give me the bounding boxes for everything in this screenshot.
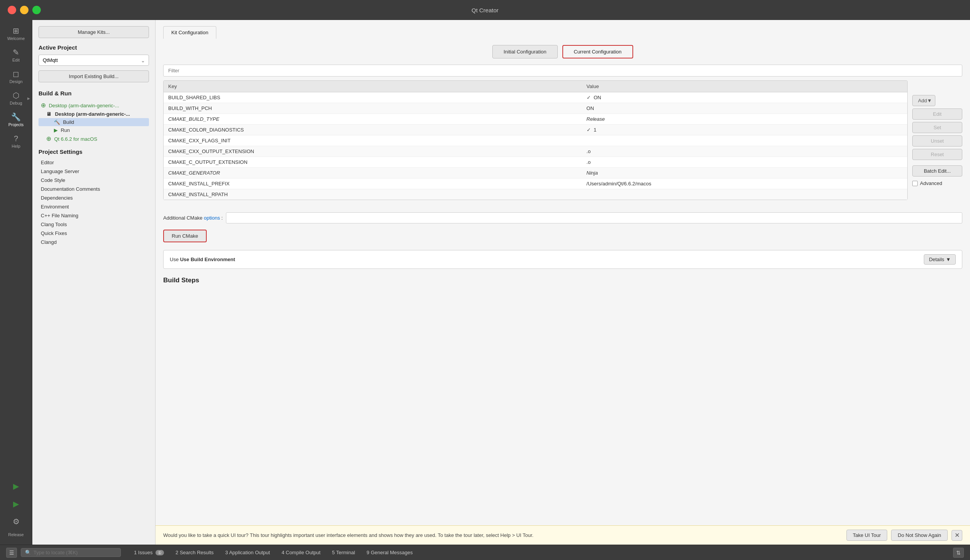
action-panel: Add ▼ Edit Set Unset Reset Batch Edit...… [912,80,962,206]
status-bar: ☰ 🔍 1 Issues ① 2 Search Results 3 Applic… [0,545,970,560]
cmake-options-link[interactable]: options [204,215,220,221]
settings-item-documentation[interactable]: Documentation Comments [38,185,149,193]
build-run-title: Build & Run [38,90,149,97]
settings-item-dependencies[interactable]: Dependencies [38,193,149,202]
do-not-show-button[interactable]: Do Not Show Again [891,530,948,541]
sidebar-item-welcome[interactable]: ⊞ Welcome [2,24,31,44]
run-cmake-button[interactable]: Run CMake [163,230,207,242]
sidebar-toggle-button[interactable]: ☰ [6,548,17,558]
key-cell: CMAKE_BUILD_TYPE [164,114,582,125]
cmake-options-input[interactable] [226,212,962,223]
status-tab-general[interactable]: 9 General Messages [361,548,418,557]
table-row[interactable]: CMAKE_INSTALL_PREFIX/Users/admin/Qt/6.6.… [164,178,907,189]
tab-kit-configuration[interactable]: Kit Configuration [163,26,216,39]
dropdown-arrow-icon: ▼ [927,98,932,103]
config-buttons: Initial Configuration Current Configurat… [163,45,962,58]
welcome-icon: ⊞ [13,27,19,35]
sidebar-item-label: Debug [10,101,22,105]
project-settings-title: Project Settings [38,148,149,155]
main-content: Kit Configuration Initial Configuration … [156,20,970,545]
initial-config-button[interactable]: Initial Configuration [492,45,557,58]
build-env-label: Use Use Build Environment [170,257,235,262]
build-icon: ▶ [13,500,19,508]
advanced-checkbox[interactable] [912,181,918,186]
status-left: ☰ 🔍 [6,548,121,558]
unset-button[interactable]: Unset [912,135,962,147]
table-row[interactable]: CMAKE_GENERATORNinja [164,168,907,178]
add-button[interactable]: Add ▼ [912,95,935,106]
table-row[interactable]: CMAKE_INSTALL_RPATH [164,189,907,200]
settings-item-cpp-naming[interactable]: C++ File Naming [38,211,149,220]
issues-badge: ① [156,550,164,555]
checkmark-icon: ✓ [587,95,592,100]
reset-button[interactable]: Reset [912,149,962,160]
status-tab-search[interactable]: 2 Search Results [170,548,219,557]
design-icon: ◻ [13,70,19,78]
settings-item-environment[interactable]: Environment [38,202,149,211]
table-row[interactable]: CMAKE_BUILD_TYPERelease [164,114,907,125]
status-tab-app-output[interactable]: 3 Application Output [220,548,275,557]
settings-item-language-server[interactable]: Language Server [38,167,149,176]
status-tab-terminal[interactable]: 5 Terminal [327,548,361,557]
value-cell [582,189,907,200]
table-row[interactable]: BUILD_SHARED_LIBS✓ ON [164,92,907,103]
project-panel: Manage Kits... Active Project QtMqtt ⌄ I… [32,20,156,545]
value-cell: ON [582,103,907,114]
settings-icon: ⚙ [13,518,20,525]
advanced-label: Advanced [920,180,942,186]
table-row[interactable]: CMAKE_CXX_FLAGS_INIT [164,135,907,146]
sidebar-item-debug[interactable]: ⬡ Debug ▶ [2,88,31,108]
manage-kits-button[interactable]: Manage Kits... [38,26,149,38]
filter-input[interactable] [163,65,962,77]
status-tab-issues[interactable]: 1 Issues ① [129,548,169,557]
cmake-options-label: Additional CMake options : [163,215,223,221]
sidebar-settings-button[interactable]: ⚙ [2,515,31,528]
tree-item-build[interactable]: 🔨 Build [38,118,149,126]
key-cell: BUILD_SHARED_LIBS [164,92,582,103]
table-row[interactable]: CMAKE_CXX_OUTPUT_EXTENSION.o [164,146,907,157]
tree-item-label: Qt 6.6.2 for macOS [54,136,97,142]
desktop-icon: 🖥 [46,111,51,117]
edit-button[interactable]: Edit [912,108,962,120]
current-config-button[interactable]: Current Configuration [562,45,633,58]
maximize-button[interactable] [32,6,41,14]
status-settings-button[interactable]: ⇅ [953,548,964,558]
tree-item-desktop-add[interactable]: ⊕ Desktop (arm-darwin-generic-... [38,100,149,110]
tree-item-label: Desktop (arm-darwin-generic-... [49,103,119,108]
value-cell: ✓ 1 [582,125,907,135]
take-tour-button[interactable]: Take UI Tour [846,530,888,541]
settings-item-editor[interactable]: Editor [38,158,149,167]
tree-item-desktop-main[interactable]: 🖥 Desktop (arm-darwin-generic-... [38,110,149,118]
settings-item-quick-fixes[interactable]: Quick Fixes [38,229,149,238]
project-select[interactable]: QtMqtt [38,55,149,66]
tree-item-qt-version[interactable]: ⊕ Qt 6.6.2 for macOS [38,135,149,142]
table-row[interactable]: BUILD_WITH_PCHON [164,103,907,114]
build-steps-title: Build Steps [163,277,962,284]
settings-item-clang-tools[interactable]: Clang Tools [38,220,149,229]
sidebar-run-button[interactable]: ▶ [2,479,31,493]
tree-item-run[interactable]: ▶ Run [38,126,149,134]
sidebar-build-button[interactable]: ▶ [2,497,31,511]
batch-edit-button[interactable]: Batch Edit... [912,165,962,177]
notification-close-button[interactable]: ✕ [952,530,962,541]
value-cell: Ninja [582,168,907,178]
details-button[interactable]: Details ▼ [924,254,956,265]
status-tab-compile[interactable]: 4 Compile Output [276,548,326,557]
search-input[interactable] [33,550,110,555]
table-row[interactable]: CMAKE_COLOR_DIAGNOSTICS✓ 1 [164,125,907,135]
sidebar-item-projects[interactable]: 🔧 Projects [2,110,31,130]
settings-item-code-style[interactable]: Code Style [38,176,149,185]
sidebar-item-edit[interactable]: ✎ Edit [2,45,31,65]
sidebar-item-design[interactable]: ◻ Design [2,67,31,87]
import-build-button[interactable]: Import Existing Build... [38,70,149,82]
build-env-row: Use Use Build Environment Details ▼ [163,250,962,269]
close-button[interactable] [8,6,16,14]
sidebar-item-label: Help [12,144,20,148]
minimize-button[interactable] [20,6,28,14]
table-row[interactable]: CMAKE_C_OUTPUT_EXTENSION.o [164,157,907,168]
settings-item-clangd[interactable]: Clangd [38,238,149,247]
cmake-table-wrapper: Key Value BUILD_SHARED_LIBS✓ ONBUILD_WIT… [163,80,908,200]
set-button[interactable]: Set [912,122,962,133]
status-tabs: 1 Issues ① 2 Search Results 3 Applicatio… [129,548,953,557]
sidebar-item-help[interactable]: ? Help [2,132,31,152]
